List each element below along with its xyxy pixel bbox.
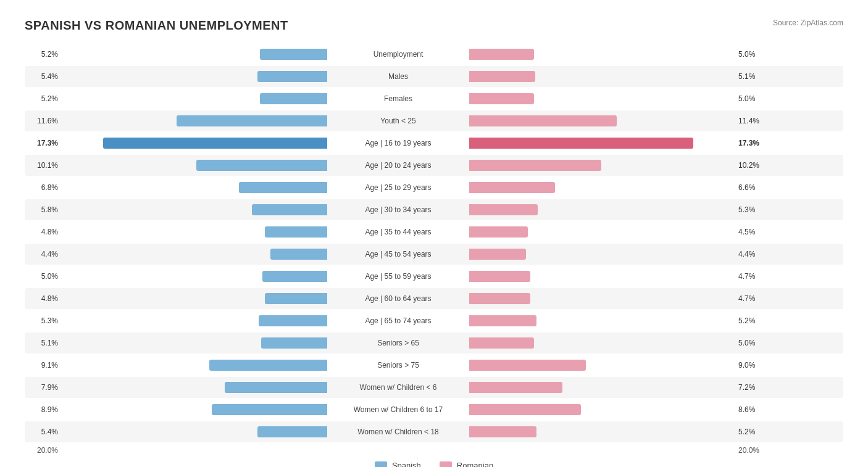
row-left-bar: [265, 293, 327, 304]
row-left-bar: [239, 182, 327, 193]
row-right-bar: [469, 182, 555, 193]
row-right-bar: [469, 93, 534, 104]
chart-row: 11.6%Youth < 2511.4%: [25, 110, 843, 131]
row-left-bar-wrap: [62, 138, 327, 149]
row-left-bar: [225, 382, 327, 393]
row-left-bar-wrap: [62, 204, 327, 215]
row-right-bar: [469, 115, 617, 126]
chart-row: 5.4%Males5.1%: [25, 66, 843, 87]
row-label: Age | 20 to 24 years: [327, 161, 469, 170]
row-right-bar-wrap: [469, 115, 735, 126]
row-right-value: 11.4%: [735, 117, 772, 125]
row-right-bar: [469, 404, 581, 415]
row-right-bar: [469, 426, 536, 437]
chart-title: SPANISH VS ROMANIAN UNEMPLOYMENT: [25, 19, 288, 33]
row-right-value: 5.1%: [735, 72, 772, 81]
row-right-value: 5.2%: [735, 316, 772, 325]
row-left-bar-wrap: [62, 337, 327, 349]
row-left-bar-wrap: [62, 49, 327, 60]
row-right-bar: [469, 160, 601, 171]
row-right-bar-wrap: [469, 249, 735, 260]
row-label: Seniors > 75: [327, 361, 469, 370]
row-right-bar: [469, 226, 528, 238]
row-left-bar-wrap: [62, 93, 327, 104]
row-label: Age | 30 to 34 years: [327, 205, 469, 214]
row-right-value: 5.0%: [735, 50, 772, 59]
row-left-bar: [257, 426, 327, 437]
row-left-bar: [103, 138, 327, 149]
legend-romanian-box: [440, 461, 452, 468]
chart-legend: Spanish Romanian: [25, 461, 843, 467]
row-left-value: 9.1%: [25, 361, 62, 370]
row-right-bar: [469, 138, 693, 149]
legend-romanian: Romanian: [440, 461, 493, 467]
row-right-value: 5.0%: [735, 339, 772, 347]
row-left-bar: [261, 337, 327, 349]
row-right-value: 4.7%: [735, 294, 772, 303]
row-label: Age | 60 to 64 years: [327, 294, 469, 303]
row-left-value: 17.3%: [25, 139, 62, 147]
row-label: Women w/ Children 6 to 17: [327, 405, 469, 414]
row-label: Unemployment: [327, 50, 469, 59]
row-left-bar: [257, 71, 327, 82]
row-left-bar: [265, 226, 327, 238]
chart-row: 10.1%Age | 20 to 24 years10.2%: [25, 155, 843, 176]
row-right-value: 9.0%: [735, 361, 772, 370]
row-left-value: 4.8%: [25, 294, 62, 303]
row-right-value: 5.2%: [735, 428, 772, 436]
chart-row: 5.0%Age | 55 to 59 years4.7%: [25, 266, 843, 287]
row-left-bar: [262, 271, 327, 282]
row-left-bar-wrap: [62, 226, 327, 238]
row-left-value: 5.0%: [25, 272, 62, 281]
row-label: Age | 55 to 59 years: [327, 272, 469, 281]
row-left-value: 5.3%: [25, 316, 62, 325]
row-left-bar: [209, 360, 327, 371]
row-left-bar-wrap: [62, 115, 327, 126]
row-right-bar: [469, 337, 534, 349]
chart-row: 5.8%Age | 30 to 34 years5.3%: [25, 199, 843, 220]
row-left-value: 7.9%: [25, 383, 62, 392]
row-left-value: 5.4%: [25, 428, 62, 436]
chart-row: 4.8%Age | 60 to 64 years4.7%: [25, 288, 843, 309]
row-right-bar-wrap: [469, 360, 735, 371]
row-left-bar-wrap: [62, 404, 327, 415]
axis-right-value: 20.0%: [735, 446, 772, 455]
row-left-value: 4.4%: [25, 250, 62, 258]
row-left-bar: [177, 115, 327, 126]
chart-row: 5.2%Unemployment5.0%: [25, 44, 843, 65]
row-left-bar-wrap: [62, 271, 327, 282]
row-label: Women w/ Children < 6: [327, 383, 469, 392]
row-left-value: 5.2%: [25, 94, 62, 103]
legend-spanish-label: Spanish: [392, 461, 421, 467]
row-left-bar-wrap: [62, 293, 327, 304]
chart-row: 4.8%Age | 35 to 44 years4.5%: [25, 221, 843, 242]
row-label: Females: [327, 94, 469, 103]
row-left-bar-wrap: [62, 182, 327, 193]
chart-row: 5.3%Age | 65 to 74 years5.2%: [25, 310, 843, 331]
chart-header: SPANISH VS ROMANIAN UNEMPLOYMENT Source:…: [25, 19, 843, 33]
row-label: Age | 25 to 29 years: [327, 183, 469, 192]
row-right-bar-wrap: [469, 226, 735, 238]
row-right-bar: [469, 382, 562, 393]
chart-source: Source: ZipAtlas.com: [773, 19, 843, 27]
row-left-bar: [196, 160, 327, 171]
row-right-bar-wrap: [469, 271, 735, 282]
chart-row: 5.4%Women w/ Children < 185.2%: [25, 421, 843, 442]
chart-row: 4.4%Age | 45 to 54 years4.4%: [25, 244, 843, 265]
row-label: Males: [327, 72, 469, 81]
row-right-bar-wrap: [469, 138, 735, 149]
legend-romanian-label: Romanian: [457, 461, 493, 467]
chart-row: 6.8%Age | 25 to 29 years6.6%: [25, 177, 843, 198]
row-right-bar-wrap: [469, 160, 735, 171]
row-right-value: 7.2%: [735, 383, 772, 392]
row-left-bar: [270, 249, 327, 260]
row-right-bar-wrap: [469, 49, 735, 60]
row-right-bar-wrap: [469, 382, 735, 393]
row-label: Seniors > 65: [327, 339, 469, 347]
chart-container: SPANISH VS ROMANIAN UNEMPLOYMENT Source:…: [19, 12, 849, 467]
row-right-value: 4.7%: [735, 272, 772, 281]
chart-area: 5.2%Unemployment5.0%5.4%Males5.1%5.2%Fem…: [25, 44, 843, 442]
row-right-value: 17.3%: [735, 139, 772, 147]
row-right-bar-wrap: [469, 426, 735, 437]
legend-spanish: Spanish: [375, 461, 421, 467]
